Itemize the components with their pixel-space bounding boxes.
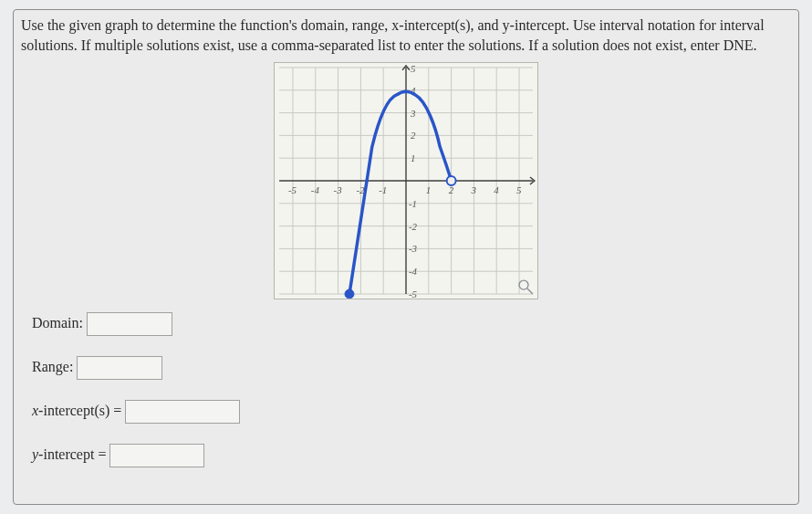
svg-text:5: 5 bbox=[411, 63, 416, 74]
svg-text:-5: -5 bbox=[409, 288, 418, 299]
xintercept-row: x-intercept(s) = bbox=[32, 400, 791, 424]
question-instructions: Use the given graph to determine the fun… bbox=[21, 16, 791, 55]
svg-text:5: 5 bbox=[516, 184, 522, 195]
svg-text:-1: -1 bbox=[409, 198, 417, 209]
endpoint-open bbox=[447, 176, 456, 185]
magnifier-icon[interactable] bbox=[519, 280, 533, 294]
svg-point-40 bbox=[519, 280, 528, 289]
svg-text:-1: -1 bbox=[379, 184, 387, 195]
range-input[interactable] bbox=[77, 356, 162, 380]
svg-text:4: 4 bbox=[494, 184, 499, 195]
answer-fields: Domain: Range: x-intercept(s) = y-interc… bbox=[21, 312, 791, 467]
yintercept-row: y-intercept = bbox=[32, 444, 791, 467]
range-row: Range: bbox=[32, 356, 791, 380]
graph-wrapper: -5 -4 -3 -2 -1 1 2 3 4 5 5 4 3 2 bbox=[21, 62, 791, 299]
svg-text:-4: -4 bbox=[409, 266, 418, 277]
svg-text:3: 3 bbox=[470, 184, 476, 195]
svg-text:2: 2 bbox=[411, 131, 416, 142]
question-container: Use the given graph to determine the fun… bbox=[13, 9, 799, 505]
svg-text:-3: -3 bbox=[409, 244, 418, 255]
svg-text:-5: -5 bbox=[288, 184, 297, 195]
domain-row: Domain: bbox=[32, 312, 791, 336]
svg-text:-4: -4 bbox=[311, 184, 320, 195]
function-graph: -5 -4 -3 -2 -1 1 2 3 4 5 5 4 3 2 bbox=[274, 62, 538, 299]
yintercept-label: -intercept = bbox=[38, 446, 106, 462]
function-curve bbox=[349, 91, 452, 294]
yintercept-input[interactable] bbox=[109, 444, 204, 467]
domain-input[interactable] bbox=[87, 312, 172, 336]
svg-text:3: 3 bbox=[410, 108, 416, 119]
graph-svg: -5 -4 -3 -2 -1 1 2 3 4 5 5 4 3 2 bbox=[275, 63, 537, 299]
x-tick-labels: -5 -4 -3 -2 -1 1 2 3 4 5 bbox=[288, 184, 522, 195]
domain-label: Domain: bbox=[32, 315, 83, 330]
range-label: Range: bbox=[32, 359, 73, 374]
xintercept-label: -intercept(s) = bbox=[38, 403, 121, 418]
endpoint-closed bbox=[345, 289, 354, 299]
svg-text:1: 1 bbox=[426, 184, 431, 195]
svg-text:-3: -3 bbox=[334, 184, 343, 195]
xintercept-input[interactable] bbox=[125, 400, 240, 424]
svg-line-41 bbox=[527, 288, 533, 294]
svg-text:-2: -2 bbox=[409, 221, 418, 232]
svg-text:1: 1 bbox=[411, 152, 415, 163]
